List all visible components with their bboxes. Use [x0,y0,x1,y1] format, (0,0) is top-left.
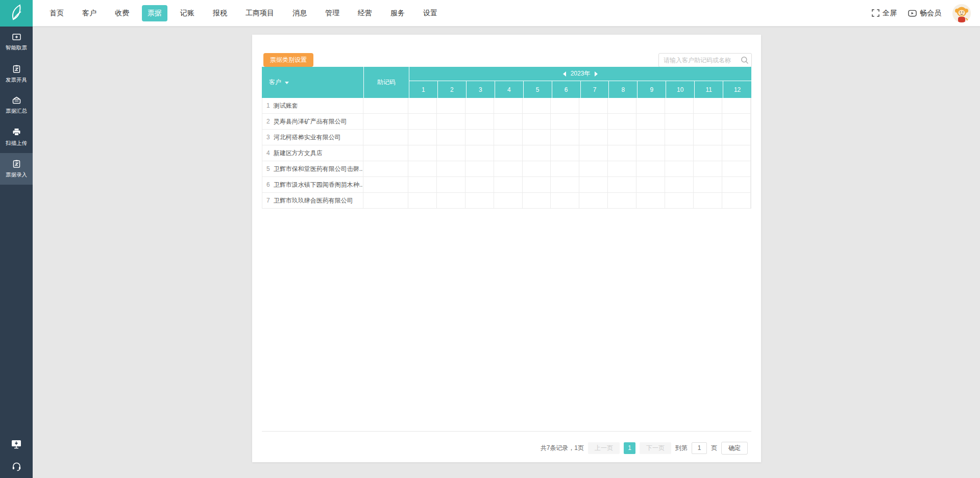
month-header[interactable]: 8 [609,81,637,98]
customer-name: 卫辉市保和堂医药有限公司击磬... [274,165,363,173]
customer-column-header[interactable]: 客户 [262,67,363,98]
table-header: 客户 助记码 2023年 1 2 3 4 5 6 7 8 [262,67,751,98]
next-year-icon[interactable] [595,71,598,77]
month-cells[interactable] [408,130,751,145]
table-row[interactable]: 3河北柯搭桦实业有限公司 [262,130,751,145]
client-download-button[interactable] [11,440,21,450]
app-logo[interactable] [0,0,33,27]
row-number: 7 [266,197,270,204]
customer-cell[interactable]: 5卫辉市保和堂医药有限公司击磬... [262,161,363,177]
row-number: 1 [266,102,270,109]
left-sidebar: 智能取票 发票开具 票据汇总 扫描上传 票据录入 [0,27,33,478]
nav-item-messages[interactable]: 消息 [287,5,312,21]
month-header[interactable]: 10 [666,81,694,98]
month-cells[interactable] [408,177,751,192]
current-page-button[interactable]: 1 [624,442,635,454]
user-avatar[interactable] [952,4,971,22]
table-row[interactable]: 7卫辉市玖玖肆合医药有限公司 [262,193,751,209]
goto-page-prefix: 到第 [675,444,688,452]
row-number: 4 [266,149,270,157]
month-header[interactable]: 11 [695,81,723,98]
mnemonic-cell[interactable] [363,161,408,177]
feather-logo-icon [8,4,25,23]
sidebar-item-scan-upload[interactable]: 扫描上传 [0,121,33,153]
sidebar-item-label: 票据汇总 [6,107,27,114]
mnemonic-column-header: 助记码 [364,67,409,98]
month-header[interactable]: 2 [438,81,466,98]
sidebar-item-smart-ticket-fetch[interactable]: 智能取票 [0,27,33,58]
next-page-button[interactable]: 下一页 [640,442,671,454]
top-header: 首页 客户 收费 票据 记账 报税 工商项目 消息 管理 经营 服务 设置 全屏… [0,0,980,27]
customer-search-input[interactable] [659,57,738,64]
month-cells[interactable] [408,161,751,177]
row-number: 5 [266,165,270,172]
table-row[interactable]: 6卫辉市汲水镇下园闻香阁苗木种... [262,177,751,193]
search-icon[interactable] [738,56,751,64]
sidebar-item-bill-summary[interactable]: 票据汇总 [0,90,33,121]
month-header[interactable]: 4 [495,81,523,98]
nav-item-tax[interactable]: 报税 [207,5,233,21]
nav-item-services[interactable]: 服务 [385,5,410,21]
table-row[interactable]: 5卫辉市保和堂医药有限公司击磬... [262,161,751,177]
month-header[interactable]: 6 [552,81,580,98]
month-cells[interactable] [408,98,751,113]
month-header[interactable]: 7 [581,81,609,98]
mnemonic-cell[interactable] [363,114,408,129]
customer-cell[interactable]: 2灵寿县尚泽矿产品有限公司 [262,114,363,129]
month-header[interactable]: 3 [467,81,495,98]
customer-service-button[interactable] [12,462,21,473]
fullscreen-button[interactable]: 全屏 [872,9,897,18]
table-row[interactable]: 1测试账套 [262,98,751,114]
month-cells[interactable] [408,114,751,129]
table-row[interactable]: 2灵寿县尚泽矿产品有限公司 [262,114,751,130]
nav-item-operations[interactable]: 经营 [352,5,378,21]
play-member-icon [908,10,917,17]
sidebar-item-invoice-issue[interactable]: 发票开具 [0,58,33,90]
nav-item-bills[interactable]: 票据 [142,5,167,21]
customer-cell[interactable]: 1测试账套 [262,98,363,113]
month-header[interactable]: 1 [409,81,437,98]
header-right: 全屏 畅会员 [872,4,980,22]
customer-cell[interactable]: 3河北柯搭桦实业有限公司 [262,130,363,145]
year-label: 2023年 [571,69,591,78]
confirm-page-button[interactable]: 确定 [721,442,748,455]
nav-item-customers[interactable]: 客户 [77,5,102,21]
row-number: 6 [266,181,270,188]
nav-item-settings[interactable]: 设置 [418,5,443,21]
month-header[interactable]: 5 [524,81,552,98]
goto-page-suffix: 页 [711,444,717,452]
month-header-row: 1 2 3 4 5 6 7 8 9 10 11 12 [409,81,751,98]
month-cells[interactable] [408,193,751,208]
record-count-label: 共7条记录，1页 [541,444,584,452]
goto-page-input[interactable] [692,442,707,454]
month-cells[interactable] [408,145,751,161]
mnemonic-cell[interactable] [363,193,408,208]
bills-table: 客户 助记码 2023年 1 2 3 4 5 6 7 8 [262,67,751,209]
customer-cell[interactable]: 6卫辉市汲水镇下园闻香阁苗木种... [262,177,363,192]
customer-cell[interactable]: 7卫辉市玖玖肆合医药有限公司 [262,193,363,208]
mnemonic-cell[interactable] [363,98,408,113]
nav-item-home[interactable]: 首页 [44,5,69,21]
member-button[interactable]: 畅会员 [908,9,941,18]
bill-category-settings-button[interactable]: 票据类别设置 [263,53,313,67]
nav-item-bookkeeping[interactable]: 记账 [175,5,200,21]
prev-year-icon[interactable] [563,71,566,77]
headset-icon [12,462,21,471]
sidebar-item-label: 扫描上传 [6,139,27,146]
content-panel: 票据类别设置 客户 助记码 2023年 1 [252,35,761,462]
prev-page-button[interactable]: 上一页 [588,442,620,454]
nav-item-management[interactable]: 管理 [320,5,345,21]
nav-item-business-projects[interactable]: 工商项目 [240,5,280,21]
mnemonic-cell[interactable] [363,177,408,192]
table-row[interactable]: 4新建区方方文具店 [262,145,751,161]
sidebar-bottom [0,440,33,473]
mnemonic-cell[interactable] [363,145,408,161]
month-header[interactable]: 12 [723,81,751,98]
month-header[interactable]: 9 [638,81,666,98]
nav-item-fees[interactable]: 收费 [109,5,135,21]
customer-header-label: 客户 [269,78,281,87]
customer-cell[interactable]: 4新建区方方文具店 [262,145,363,161]
mnemonic-cell[interactable] [363,130,408,145]
sidebar-item-bill-entry[interactable]: 票据录入 [0,153,33,185]
year-selector: 2023年 [409,67,751,81]
